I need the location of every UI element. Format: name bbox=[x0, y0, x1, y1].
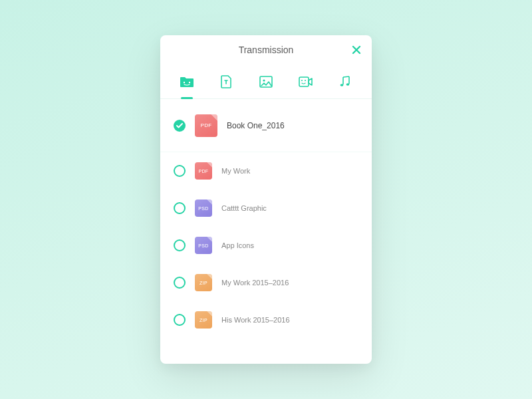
header: Transmission bbox=[160, 35, 372, 65]
page-title: Transmission bbox=[239, 45, 294, 55]
list-item[interactable]: PSD Catttt Graphic bbox=[160, 190, 372, 227]
file-name: His Work 2015–2016 bbox=[221, 316, 290, 324]
folder-icon bbox=[180, 76, 194, 88]
transmission-panel: Transmission PDF B bbox=[160, 35, 372, 364]
svg-point-0 bbox=[184, 81, 185, 82]
list-item[interactable]: PDF My Work bbox=[160, 152, 372, 190]
list-item[interactable]: PDF Book One_2016 bbox=[160, 99, 372, 152]
close-icon bbox=[352, 45, 361, 55]
tab-video[interactable] bbox=[297, 72, 315, 91]
svg-point-6 bbox=[305, 80, 306, 81]
file-type-badge: ZIP bbox=[200, 318, 207, 323]
svg-point-5 bbox=[301, 80, 303, 81]
file-name: Book One_2016 bbox=[227, 121, 285, 130]
file-name: My Work bbox=[221, 167, 250, 175]
checkbox-unselected[interactable] bbox=[174, 277, 186, 289]
tab-text[interactable] bbox=[217, 72, 235, 91]
file-type-icon: PSD bbox=[195, 237, 212, 254]
tab-music[interactable] bbox=[336, 72, 354, 91]
file-type-icon: PDF bbox=[195, 162, 212, 180]
file-name: Catttt Graphic bbox=[221, 204, 267, 212]
checkbox-unselected[interactable] bbox=[174, 202, 186, 214]
svg-point-7 bbox=[340, 84, 344, 86]
close-button[interactable] bbox=[350, 44, 362, 56]
check-icon bbox=[176, 123, 183, 128]
tab-image[interactable] bbox=[257, 72, 275, 91]
file-type-badge: ZIP bbox=[200, 281, 207, 285]
file-type-icon: ZIP bbox=[195, 311, 212, 329]
file-name: App Icons bbox=[221, 241, 254, 249]
checkbox-selected[interactable] bbox=[174, 120, 186, 132]
file-type-badge: PSD bbox=[198, 243, 208, 248]
svg-rect-4 bbox=[299, 77, 309, 86]
checkbox-unselected[interactable] bbox=[174, 165, 186, 177]
file-type-icon: PDF bbox=[195, 114, 217, 137]
music-icon bbox=[339, 75, 351, 88]
checkbox-unselected[interactable] bbox=[174, 239, 186, 251]
image-icon bbox=[259, 76, 273, 88]
file-name: My Work 2015–2016 bbox=[221, 279, 289, 287]
file-type-badge: PDF bbox=[199, 169, 209, 174]
file-list: PDF Book One_2016 PDF My Work PSD Catttt… bbox=[160, 99, 372, 364]
svg-point-3 bbox=[263, 79, 265, 81]
list-item[interactable]: PSD App Icons bbox=[160, 227, 372, 264]
svg-point-8 bbox=[346, 83, 350, 86]
file-type-badge: PDF bbox=[201, 122, 212, 128]
list-item[interactable]: ZIP My Work 2015–2016 bbox=[160, 264, 372, 301]
checkbox-unselected[interactable] bbox=[174, 314, 186, 326]
text-file-icon bbox=[220, 75, 232, 88]
svg-point-1 bbox=[189, 81, 190, 82]
category-tabs bbox=[160, 65, 372, 99]
file-type-badge: PSD bbox=[198, 206, 208, 211]
file-type-icon: ZIP bbox=[195, 274, 212, 291]
video-icon bbox=[299, 76, 313, 87]
list-item[interactable]: ZIP His Work 2015–2016 bbox=[160, 301, 372, 338]
file-type-icon: PSD bbox=[195, 200, 212, 217]
tab-folder[interactable] bbox=[178, 72, 196, 91]
